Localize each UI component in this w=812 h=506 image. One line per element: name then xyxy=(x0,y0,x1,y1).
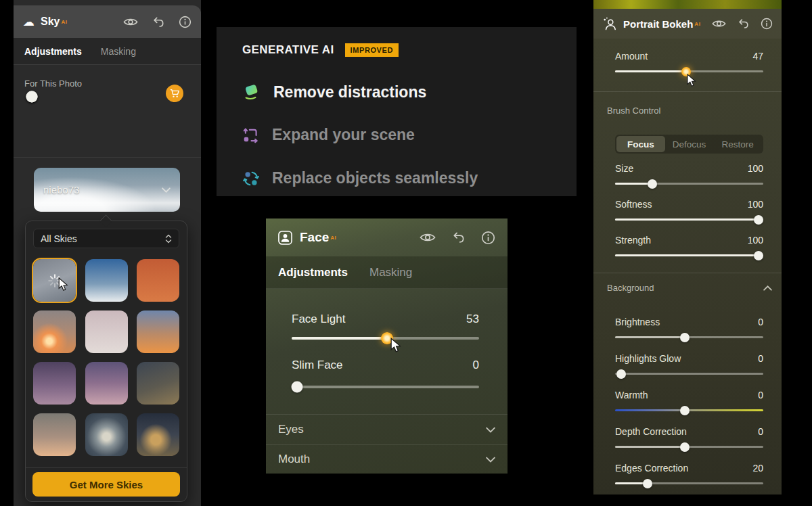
slider-thumb[interactable] xyxy=(754,251,763,260)
slider-label: Softness xyxy=(615,199,652,210)
undo-icon[interactable] xyxy=(738,18,749,29)
sky-grid-item-selected[interactable] xyxy=(33,259,76,302)
info-icon[interactable] xyxy=(481,231,495,245)
slider-track[interactable] xyxy=(292,386,479,388)
undo-icon[interactable] xyxy=(152,16,164,28)
info-icon[interactable] xyxy=(761,18,773,30)
sky-grid-item[interactable] xyxy=(137,259,179,302)
slider-track[interactable] xyxy=(615,218,763,221)
menu-item-label: Expand your scene xyxy=(272,126,415,144)
face-panel-header: Face AI xyxy=(266,218,508,256)
eye-icon[interactable] xyxy=(123,17,138,27)
photo-background-strip xyxy=(593,0,782,9)
undo-icon[interactable] xyxy=(452,231,465,244)
tab-masking[interactable]: Masking xyxy=(369,266,412,279)
size-slider: Size 100 xyxy=(615,163,763,185)
mode-restore[interactable]: Restore xyxy=(713,136,762,152)
slider-thumb[interactable] xyxy=(643,479,652,488)
section-label: Mouth xyxy=(278,453,310,466)
slider-thumb[interactable] xyxy=(616,369,626,379)
chevron-down-icon xyxy=(486,427,495,433)
slider-thumb[interactable] xyxy=(381,332,393,344)
sky-picker-popup: All Skies xyxy=(25,221,187,502)
sky-grid xyxy=(33,259,179,456)
sky-grid-item[interactable] xyxy=(85,362,128,405)
slider-thumb[interactable] xyxy=(292,382,303,393)
mode-defocus[interactable]: Defocus xyxy=(665,136,714,152)
bokeh-panel-header: Portrait Bokeh AI xyxy=(593,9,782,39)
info-icon[interactable] xyxy=(179,16,191,28)
brightness-slider: Brightness 0 xyxy=(615,317,763,338)
slider-track[interactable] xyxy=(615,183,763,185)
divider xyxy=(14,157,201,158)
ai-tag: AI xyxy=(694,21,700,27)
tab-adjustments[interactable]: Adjustments xyxy=(24,46,82,57)
selected-sky-preview[interactable]: niebo73 xyxy=(34,168,180,212)
bokeh-panel-title: Portrait Bokeh xyxy=(623,18,693,30)
section-mouth[interactable]: Mouth xyxy=(266,444,508,474)
screenshot-stage: ☁ Sky AI Adjustments Masking For This Ph… xyxy=(0,0,812,506)
sky-grid-item[interactable] xyxy=(33,413,76,456)
sky-category-label: All Skies xyxy=(41,233,77,244)
slider-thumb[interactable] xyxy=(680,406,690,415)
sky-thumbnail[interactable] xyxy=(26,91,38,103)
sky-grid-item[interactable] xyxy=(85,310,128,353)
slider-track[interactable] xyxy=(615,70,763,72)
slider-track[interactable] xyxy=(615,254,763,256)
sky-grid-item[interactable] xyxy=(137,362,179,405)
section-label: Eyes xyxy=(278,423,304,436)
slim-face-slider: Slim Face 0 xyxy=(292,359,479,388)
sky-grid-item[interactable] xyxy=(85,259,128,302)
brush-mode-segmented-control: Focus Defocus Restore xyxy=(615,135,763,154)
slider-thumb[interactable] xyxy=(680,333,690,342)
replace-icon xyxy=(242,170,260,187)
generative-ai-header: GENERATIVE AI IMPROVED xyxy=(242,43,399,57)
menu-item-replace-objects[interactable]: Replace objects seamlessly xyxy=(242,169,478,187)
eraser-icon xyxy=(242,83,261,101)
sky-panel-header: ☁ Sky AI xyxy=(14,5,201,38)
get-more-skies-button[interactable]: Get More Skies xyxy=(32,472,180,497)
face-panel-title: Face xyxy=(300,230,329,245)
slider-track[interactable] xyxy=(615,482,763,484)
background-section-header[interactable]: Background xyxy=(607,283,772,293)
slider-thumb[interactable] xyxy=(754,215,763,225)
slider-label: Amount xyxy=(615,51,648,62)
sky-grid-item[interactable] xyxy=(33,362,76,405)
cart-badge-icon[interactable] xyxy=(166,85,183,102)
slider-thumb[interactable] xyxy=(680,442,690,452)
slider-value: 100 xyxy=(748,235,763,246)
sky-grid-item[interactable] xyxy=(137,310,179,353)
menu-item-expand-scene[interactable]: Expand your scene xyxy=(242,126,415,144)
improved-badge: IMPROVED xyxy=(345,43,399,57)
sky-grid-item[interactable] xyxy=(137,413,179,456)
slider-track[interactable] xyxy=(615,446,763,448)
generative-ai-section: GENERATIVE AI IMPROVED Remove distractio… xyxy=(217,27,577,196)
face-panel: Face AI Adjustments Masking Face Light xyxy=(266,218,508,474)
ai-tag: AI xyxy=(61,19,67,25)
sky-grid-item[interactable] xyxy=(85,413,128,456)
slider-thumb[interactable] xyxy=(648,179,657,189)
slider-label: Warmth xyxy=(615,390,648,400)
depth-correction-slider: Depth Correction 0 xyxy=(615,426,763,448)
slider-track[interactable] xyxy=(615,409,763,411)
mode-focus[interactable]: Focus xyxy=(616,136,665,152)
slider-track[interactable] xyxy=(615,336,763,338)
select-updown-icon xyxy=(165,234,172,244)
eye-icon[interactable] xyxy=(712,19,726,28)
slider-track[interactable] xyxy=(615,373,763,375)
eye-icon[interactable] xyxy=(420,232,436,243)
menu-item-remove-distractions[interactable]: Remove distractions xyxy=(242,83,426,101)
sky-category-select[interactable]: All Skies xyxy=(33,229,179,248)
slider-track[interactable] xyxy=(292,337,479,340)
section-eyes[interactable]: Eyes xyxy=(266,414,508,444)
menu-item-label: Replace objects seamlessly xyxy=(272,169,478,187)
face-icon xyxy=(278,231,292,245)
slider-thumb[interactable] xyxy=(681,67,691,76)
portrait-bokeh-icon xyxy=(602,17,617,30)
slider-label: Strength xyxy=(615,235,651,246)
slider-label: Slim Face xyxy=(292,359,343,372)
tab-masking[interactable]: Masking xyxy=(101,46,136,57)
tab-adjustments[interactable]: Adjustments xyxy=(278,266,348,279)
highlights-glow-slider: Highlights Glow 0 xyxy=(615,353,763,375)
sky-grid-item[interactable] xyxy=(33,310,76,353)
